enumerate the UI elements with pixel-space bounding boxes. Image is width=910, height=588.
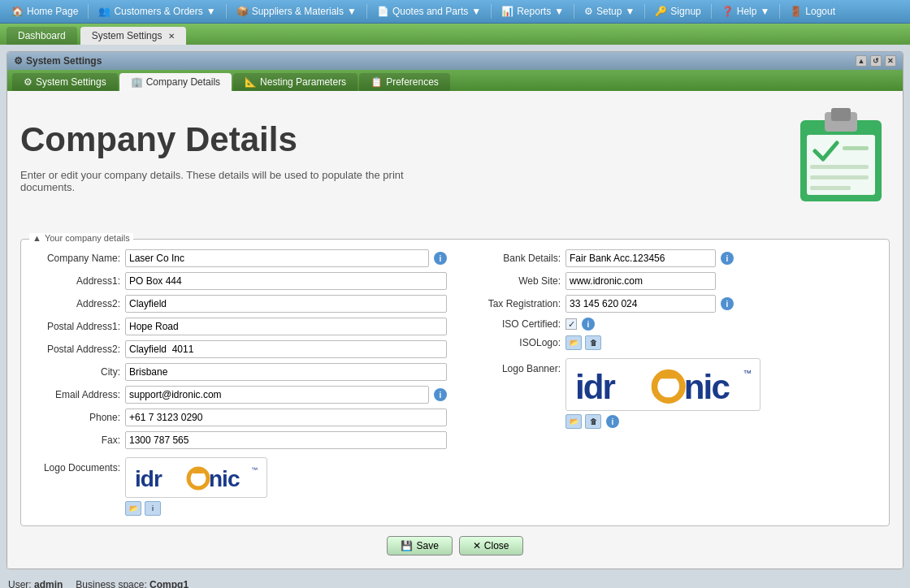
close-label: Close: [484, 540, 509, 551]
form-row-logo-banner: Logo Banner: idr nic ™: [463, 358, 879, 429]
tab-company-details[interactable]: 🏢 Company Details: [119, 73, 232, 91]
menu-quotes-label: Quotes and Parts: [392, 6, 468, 17]
tab-system-settings[interactable]: System Settings ✕: [80, 27, 186, 45]
form-row-website: Web Site:: [463, 272, 879, 290]
menu-home[interactable]: 🏠 Home Page: [5, 3, 84, 19]
form-grid: Company Name: i Address1: Address2:: [31, 249, 879, 516]
input-postal2[interactable]: [125, 340, 447, 358]
label-logo-banner: Logo Banner:: [463, 363, 561, 374]
top-menubar: 🏠 Home Page 👥 Customers & Orders ▼ 📦 Sup…: [0, 0, 910, 24]
save-icon: 💾: [401, 540, 413, 551]
nesting-icon: 📐: [245, 76, 257, 88]
logo-info-icon[interactable]: i: [145, 501, 161, 516]
svg-rect-2: [831, 108, 851, 121]
checkbox-iso-certified[interactable]: ✓: [566, 318, 577, 330]
logo-upload-icon[interactable]: 📂: [125, 501, 141, 516]
info-iso-certified[interactable]: i: [582, 318, 595, 331]
label-address1: Address1:: [31, 275, 120, 287]
input-city[interactable]: [125, 363, 447, 381]
page-title: Company Details: [20, 120, 427, 159]
reports-icon: 📊: [501, 6, 514, 17]
info-email[interactable]: i: [434, 388, 447, 401]
chevron-down-icon: ▼: [347, 6, 357, 17]
label-iso-logo: ISOLogo:: [463, 337, 561, 348]
menu-customers[interactable]: 👥 Customers & Orders ▼: [92, 3, 222, 19]
logo-banner-area: idr nic ™: [566, 358, 760, 411]
form-row-bank: Bank Details: i: [463, 249, 879, 267]
setup-icon: ⚙: [584, 6, 593, 17]
svg-text:nic: nic: [209, 466, 240, 491]
logout-icon: 🚪: [790, 6, 802, 17]
svg-rect-4: [843, 146, 869, 150]
input-tax[interactable]: [566, 295, 716, 313]
banner-delete-icon[interactable]: 🗑: [585, 414, 601, 429]
tab-dashboard[interactable]: Dashboard: [6, 27, 77, 45]
panel-refresh-btn[interactable]: ↺: [870, 55, 882, 67]
menu-reports[interactable]: 📊 Reports ▼: [495, 3, 570, 19]
input-phone[interactable]: [125, 409, 447, 426]
menu-suppliers-label: Suppliers & Materials: [252, 6, 344, 17]
input-postal1[interactable]: [125, 318, 447, 335]
input-address1[interactable]: [125, 272, 447, 290]
info-company-name[interactable]: i: [434, 252, 447, 265]
input-website[interactable]: [566, 272, 716, 290]
arrow-icon: ▲: [32, 233, 41, 243]
close-button[interactable]: ✕ Close: [459, 536, 523, 556]
settings-icon: ⚙: [14, 55, 23, 67]
iso-logo-delete-icon[interactable]: 🗑: [585, 335, 601, 350]
form-row-postal2: Postal Address2:: [31, 340, 447, 358]
chevron-down-icon: ▼: [554, 6, 564, 17]
menu-reports-label: Reports: [517, 6, 551, 17]
menu-setup[interactable]: ⚙ Setup ▼: [578, 3, 641, 19]
banner-file-icons: 📂 🗑 i: [566, 414, 760, 429]
menu-separator: [711, 4, 712, 19]
menu-quotes[interactable]: 📄 Quotes and Parts ▼: [370, 3, 488, 19]
panel-collapse-btn[interactable]: ▲: [856, 55, 867, 67]
label-iso-certified: ISO Certified:: [463, 318, 561, 330]
menu-separator: [574, 4, 574, 19]
home-icon: 🏠: [11, 6, 24, 17]
signup-icon: 🔑: [655, 6, 667, 17]
form-row-postal1: Postal Address1:: [31, 318, 447, 335]
menu-suppliers[interactable]: 📦 Suppliers & Materials ▼: [230, 3, 363, 19]
label-city: City:: [31, 366, 120, 378]
menu-help-label: Help: [737, 6, 757, 17]
input-bank[interactable]: [566, 249, 716, 267]
panel-close-btn[interactable]: ✕: [885, 55, 896, 67]
tab-system-settings-inner[interactable]: ⚙ System Settings: [12, 73, 118, 91]
label-address2: Address2:: [31, 298, 120, 309]
svg-text:™: ™: [743, 367, 752, 377]
input-address2[interactable]: [125, 295, 447, 313]
form-left-column: Company Name: i Address1: Address2:: [31, 249, 447, 516]
chevron-down-icon: ▼: [760, 6, 769, 17]
save-button[interactable]: 💾 Save: [387, 536, 452, 556]
input-email[interactable]: [125, 386, 429, 404]
menu-logout[interactable]: 🚪 Logout: [783, 3, 842, 19]
svg-text:™: ™: [251, 466, 258, 473]
help-icon: ❓: [722, 6, 734, 17]
svg-text:idr: idr: [135, 466, 162, 491]
iso-logo-upload-icon[interactable]: 📂: [566, 335, 582, 350]
menu-help[interactable]: ❓ Help ▼: [715, 3, 777, 19]
menu-customers-label: Customers & Orders: [114, 6, 202, 17]
form-row-company-name: Company Name: i: [31, 249, 447, 267]
input-fax[interactable]: [125, 431, 447, 449]
label-tax: Tax Registration:: [463, 298, 561, 309]
hero-description: Enter or edit your company details. Thes…: [20, 169, 427, 193]
info-tax[interactable]: i: [721, 297, 734, 310]
tab-preferences[interactable]: 📋 Preferences: [359, 73, 450, 91]
banner-upload-icon[interactable]: 📂: [566, 414, 582, 429]
logo-documents-area: idr nic ™: [125, 457, 267, 498]
menu-separator: [88, 4, 89, 19]
form-row-iso-certified: ISO Certified: ✓ i: [463, 318, 879, 331]
close-tab-icon[interactable]: ✕: [168, 32, 175, 41]
menu-signup[interactable]: 🔑 Signup: [648, 3, 707, 19]
input-company-name[interactable]: [125, 249, 429, 267]
tab-nesting-parameters[interactable]: 📐 Nesting Parameters: [233, 73, 358, 91]
form-legend-text: Your company details: [45, 233, 130, 243]
form-row-logo: Logo Documents: idr: [31, 457, 447, 516]
info-banner[interactable]: i: [606, 415, 619, 428]
info-bank[interactable]: i: [721, 252, 734, 265]
chevron-down-icon: ▼: [206, 6, 216, 17]
inner-tabbar: ⚙ System Settings 🏢 Company Details 📐 Ne…: [7, 70, 903, 91]
